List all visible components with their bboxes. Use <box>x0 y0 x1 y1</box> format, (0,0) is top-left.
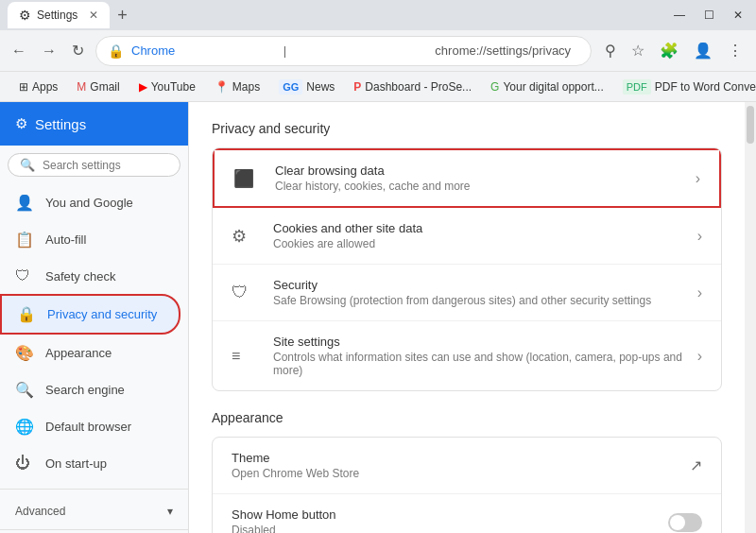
sidebar-item-label: Safety check <box>45 269 115 284</box>
scrollbar[interactable] <box>745 102 756 533</box>
gmail-icon: M <box>77 80 86 94</box>
sidebar-item-search-engine[interactable]: 🔍 Search engine <box>0 371 180 408</box>
new-tab-button[interactable]: + <box>117 6 128 26</box>
url-separator: | <box>284 43 428 58</box>
extensions-button[interactable]: 🧩 <box>654 38 684 63</box>
security-icon: 🛡 <box>232 283 262 302</box>
bookmark-pdf[interactable]: PDF PDF to Word Conve... <box>615 77 756 97</box>
sidebar-header: ⚙ Settings <box>0 102 188 146</box>
search-input[interactable] <box>43 159 168 172</box>
clear-browsing-row[interactable]: ⬛ Clear browsing data Clear history, coo… <box>213 148 721 208</box>
tab-strip: ⚙ Settings ✕ + <box>8 2 128 28</box>
sidebar-item-label: Default browser <box>45 420 131 434</box>
digital-label: Your digital opport... <box>503 80 603 94</box>
bookmarks-bar: ⊞ Apps M Gmail ▶ YouTube 📍 Maps GG News … <box>0 72 756 102</box>
main-layout: ⚙ Settings 🔍 👤 You and Google 📋 Auto-fil… <box>0 102 756 533</box>
external-link-icon[interactable]: ↗ <box>690 456 702 474</box>
bookmark-youtube[interactable]: ▶ YouTube <box>131 77 203 96</box>
sidebar-item-safety[interactable]: 🛡 Safety check <box>0 258 180 294</box>
home-button-row[interactable]: Show Home button Disabled <box>213 494 721 533</box>
sidebar-item-appearance[interactable]: 🎨 Appearance <box>0 335 180 371</box>
autofill-icon: 📋 <box>15 231 34 249</box>
bookmark-news[interactable]: GG News <box>271 77 342 97</box>
youtube-label: YouTube <box>151 80 196 94</box>
site-settings-subtitle: Controls what information sites can use … <box>273 351 697 377</box>
clear-data-icon: ⬛ <box>233 168 264 189</box>
home-button-subtitle: Disabled <box>232 524 668 533</box>
home-button-title: Show Home button <box>232 507 668 522</box>
maximize-button[interactable]: ☐ <box>698 9 720 22</box>
dashboard-icon: P <box>353 80 361 94</box>
privacy-icon: 🔒 <box>17 305 36 323</box>
site-settings-row[interactable]: ≡ Site settings Controls what informatio… <box>213 321 721 390</box>
profile-button[interactable]: 👤 <box>688 38 718 63</box>
advanced-label: Advanced <box>15 505 65 518</box>
tab-close-button[interactable]: ✕ <box>89 9 98 22</box>
security-subtitle: Safe Browsing (protection from dangerous… <box>273 294 697 307</box>
home-button-toggle[interactable] <box>668 513 702 532</box>
bookmark-maps[interactable]: 📍 Maps <box>207 77 267 96</box>
sidebar-item-label: On start-up <box>45 456 107 471</box>
bookmark-gmail[interactable]: M Gmail <box>69 77 127 96</box>
url-path: chrome://settings/privacy <box>435 43 579 58</box>
advanced-arrow: ▾ <box>167 505 173 518</box>
news-label: News <box>306 80 335 94</box>
menu-button[interactable]: ⋮ <box>722 38 748 63</box>
cookies-row[interactable]: ⚙ Cookies and other site data Cookies ar… <box>213 208 721 265</box>
bookmark-apps[interactable]: ⊞ Apps <box>11 77 65 96</box>
bookmark-button[interactable]: ☆ <box>626 38 650 63</box>
sidebar-item-label: Auto-fill <box>45 232 86 247</box>
security-row[interactable]: 🛡 Security Safe Browsing (protection fro… <box>213 265 721 321</box>
advanced-section[interactable]: Advanced ▾ <box>0 497 188 522</box>
sidebar-item-label: You and Google <box>45 196 133 210</box>
theme-row[interactable]: Theme Open Chrome Web Store ↗ <box>213 438 721 494</box>
news-icon: GG <box>279 79 302 95</box>
toolbar-actions: ⚲ ☆ 🧩 👤 ⋮ <box>599 38 748 63</box>
sidebar-item-autofill[interactable]: 📋 Auto-fill <box>0 221 180 258</box>
active-tab[interactable]: ⚙ Settings ✕ <box>8 2 110 28</box>
back-button[interactable]: ← <box>8 39 30 63</box>
search-button[interactable]: ⚲ <box>599 38 622 63</box>
bookmark-digital[interactable]: G Your digital opport... <box>483 77 611 96</box>
sidebar-item-label: Search engine <box>45 383 125 397</box>
home-button-content: Show Home button Disabled <box>232 507 668 533</box>
person-icon: 👤 <box>15 194 34 212</box>
sidebar-item-label: Appearance <box>45 346 112 360</box>
maps-label: Maps <box>232 80 260 94</box>
url-bar[interactable]: 🔒 Chrome | chrome://settings/privacy <box>95 36 592 66</box>
pdf-icon: PDF <box>623 79 651 95</box>
refresh-button[interactable]: ↻ <box>68 38 88 63</box>
maps-icon: 📍 <box>215 80 229 94</box>
search-box[interactable]: 🔍 <box>8 153 180 177</box>
digital-icon: G <box>490 80 499 94</box>
sidebar-divider <box>0 489 188 490</box>
cookies-title: Cookies and other site data <box>273 221 697 235</box>
close-button[interactable]: ✕ <box>728 9 748 22</box>
scrollbar-thumb[interactable] <box>747 106 754 144</box>
privacy-section-title: Privacy and security <box>212 121 722 136</box>
window-controls: — ☐ ✕ <box>668 9 748 22</box>
clear-browsing-content: Clear browsing data Clear history, cooki… <box>275 163 696 193</box>
sidebar-search[interactable]: 🔍 <box>0 146 188 184</box>
theme-subtitle: Open Chrome Web Store <box>232 467 690 480</box>
title-bar: ⚙ Settings ✕ + — ☐ ✕ <box>0 0 756 30</box>
sidebar-item-you-google[interactable]: 👤 You and Google <box>0 184 180 221</box>
arrow-icon: › <box>697 228 702 245</box>
site-settings-content: Site settings Controls what information … <box>273 335 697 377</box>
cookies-subtitle: Cookies are allowed <box>273 237 697 250</box>
security-content: Security Safe Browsing (protection from … <box>273 278 697 307</box>
sidebar-item-startup[interactable]: ⏻ On start-up <box>0 445 180 481</box>
search-icon: 🔍 <box>20 158 35 172</box>
minimize-button[interactable]: — <box>668 9 691 22</box>
site-settings-icon: ≡ <box>232 348 262 365</box>
forward-button[interactable]: → <box>38 39 60 63</box>
bookmark-dashboard[interactable]: P Dashboard - ProSe... <box>346 77 479 96</box>
theme-title: Theme <box>232 451 690 465</box>
arrow-icon: › <box>697 284 702 301</box>
arrow-icon: › <box>697 348 702 365</box>
lock-icon: 🔒 <box>108 43 124 59</box>
tab-label: Settings <box>37 9 77 22</box>
appearance-icon: 🎨 <box>15 344 34 362</box>
sidebar-item-default-browser[interactable]: 🌐 Default browser <box>0 408 180 445</box>
sidebar-item-privacy[interactable]: 🔒 Privacy and security <box>0 294 180 335</box>
